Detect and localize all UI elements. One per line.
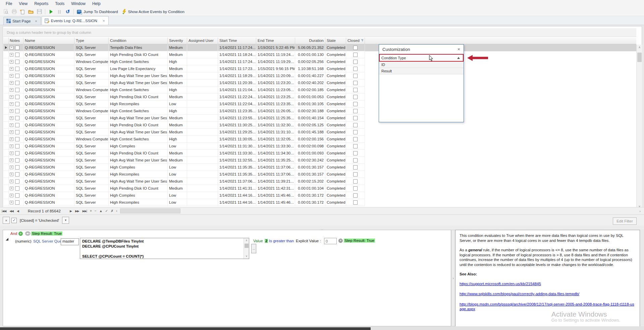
customization-title-bar[interactable]: Customization × — [379, 45, 464, 54]
group-operator[interactable]: And — [10, 232, 17, 236]
database-field[interactable]: master — [61, 238, 79, 245]
event-row[interactable]: + Q-REGRESSION SQL Server High Recompile… — [3, 101, 636, 108]
explicit-value-input[interactable] — [324, 238, 337, 244]
event-row[interactable]: + Q-REGRESSION SQL Server High Pending D… — [3, 185, 636, 192]
menu-reports[interactable]: Reports — [31, 1, 51, 7]
remove-step-icon[interactable]: ✕ — [338, 239, 343, 243]
menu-help[interactable]: Help — [89, 1, 104, 7]
closed-checkbox[interactable] — [353, 53, 358, 57]
tab-close-icon[interactable]: × — [102, 19, 105, 23]
open-folder-icon[interactable] — [27, 8, 35, 15]
expand-icon[interactable]: + — [10, 180, 13, 183]
notes-checkbox[interactable] — [15, 74, 19, 78]
notes-checkbox[interactable] — [15, 137, 19, 141]
hscroll-left-icon[interactable]: ‹ — [115, 209, 118, 213]
jump-to-dashboard-button[interactable]: Jump To Dashboard — [76, 8, 120, 15]
help-link-microsoft[interactable]: https://support.microsoft.com/en-us/kb/2… — [460, 281, 636, 286]
event-row[interactable]: + Q-REGRESSION SQL Server High Recompile… — [3, 171, 636, 178]
expand-icon[interactable]: + — [10, 60, 13, 64]
tab-start-page[interactable]: Start Page × — [3, 17, 41, 25]
closed-checkbox[interactable] — [353, 172, 358, 177]
nav-append-button[interactable]: + — [89, 209, 93, 213]
expand-icon[interactable]: + — [10, 166, 13, 169]
expand-icon[interactable]: + — [10, 151, 13, 155]
header-state[interactable]: State — [325, 38, 346, 44]
edit-filter-button[interactable]: Edit Filter — [613, 217, 637, 225]
expand-icon[interactable]: + — [10, 201, 13, 204]
customization-item-condition-type[interactable]: Condition Type — [379, 54, 464, 62]
notes-checkbox[interactable] — [15, 179, 19, 184]
nav-cancel-button[interactable]: ✗ — [109, 209, 115, 213]
closed-checkbox[interactable] — [353, 116, 358, 120]
show-active-events-button[interactable]: Show Active Events by Condition — [121, 8, 186, 15]
save-icon[interactable] — [36, 8, 43, 15]
scrollbar-thumb[interactable] — [245, 244, 249, 248]
hscrollbar-thumb[interactable] — [120, 208, 180, 213]
event-row[interactable]: + Q-REGRESSION SQL Server High Avg Wait … — [3, 72, 636, 79]
header-start-time[interactable]: Start Time — [218, 38, 256, 44]
notes-checkbox[interactable] — [15, 186, 19, 191]
customization-item-result[interactable]: Result — [379, 68, 464, 74]
group-by-bar[interactable]: Drag a column header here to group by th… — [3, 28, 636, 37]
notes-checkbox[interactable] — [15, 172, 19, 177]
expand-icon[interactable]: + — [10, 144, 13, 148]
help-panel-expander[interactable]: › — [451, 230, 455, 326]
nav-next-page-button[interactable]: ▶▶ — [73, 209, 81, 213]
print-preview-icon[interactable] — [2, 8, 9, 15]
header-name[interactable]: Name — [23, 38, 74, 44]
notes-checkbox[interactable] — [15, 130, 19, 134]
customization-item-id[interactable]: ID — [379, 62, 464, 68]
expand-icon[interactable]: + — [10, 194, 13, 197]
sql-ellipsis-button[interactable]: ... — [251, 244, 256, 253]
menu-window[interactable]: Window — [68, 1, 89, 7]
event-row[interactable]: + Q-REGRESSION SQL Server High Pending D… — [3, 51, 636, 58]
closed-checkbox[interactable] — [353, 130, 358, 134]
expand-icon[interactable]: + — [10, 116, 13, 120]
filter-enabled-checkbox[interactable]: ✓ — [11, 218, 17, 223]
closed-checkbox[interactable] — [353, 144, 358, 148]
expand-icon[interactable]: + — [10, 173, 13, 176]
nav-last-button[interactable]: ▶▶| — [81, 209, 89, 213]
expand-icon[interactable]: + — [10, 46, 13, 50]
closed-checkbox[interactable] — [353, 186, 358, 191]
closed-checkbox[interactable] — [353, 81, 358, 85]
header-type[interactable]: Type — [74, 38, 109, 44]
event-row[interactable]: + Q-REGRESSION SQL Server Low Page Life … — [3, 65, 636, 72]
notes-checkbox[interactable] — [15, 53, 19, 57]
closed-checkbox[interactable] — [353, 46, 358, 50]
event-row[interactable]: + Q-REGRESSION SQL Server Tempdb Data Fi… — [3, 44, 636, 51]
filter-expression[interactable]: [Closed] = 'Unchecked' — [18, 218, 60, 222]
sql-query-editor[interactable]: DECLARE @TempDBFiles TinyInt DECLARE @CP… — [80, 238, 249, 259]
event-row[interactable]: + Q-REGRESSION SQL Server High Avg Wait … — [3, 129, 636, 136]
event-row[interactable]: + Q-REGRESSION Windows Computer High Con… — [3, 136, 636, 143]
notes-checkbox[interactable] — [15, 88, 19, 92]
header-closed[interactable]: Closed — [346, 38, 365, 44]
header-condition[interactable]: Condition — [109, 38, 168, 44]
scroll-down-icon[interactable]: ∨ — [244, 254, 249, 259]
menu-view[interactable]: View — [16, 1, 31, 7]
group-expander-icon[interactable] — [6, 232, 8, 238]
event-row[interactable]: + Q-REGRESSION SQL Server High Pending D… — [3, 122, 636, 129]
nav-first-button[interactable]: |◀◀ — [0, 209, 8, 213]
expand-icon[interactable]: + — [10, 67, 13, 71]
nav-next-button[interactable]: ▶ — [68, 209, 73, 213]
help-link-msdn[interactable]: http://blogs.msdn.com/b/psssql/archive/2… — [460, 302, 636, 312]
filter-clear-button[interactable]: × — [3, 217, 10, 224]
closed-checkbox[interactable] — [353, 179, 358, 184]
notes-checkbox[interactable] — [15, 109, 19, 113]
play-icon[interactable] — [47, 8, 55, 15]
nav-edit-button[interactable]: ▲ — [98, 209, 104, 213]
notes-checkbox[interactable] — [15, 165, 19, 170]
expand-icon[interactable]: + — [10, 137, 13, 141]
notes-checkbox[interactable] — [15, 200, 19, 205]
event-row[interactable]: + Q-REGRESSION SQL Server High Avg Wait … — [3, 157, 636, 164]
closed-checkbox[interactable] — [353, 158, 358, 162]
event-row[interactable]: + Q-REGRESSION SQL Server High Recompile… — [3, 199, 636, 206]
refresh-icon[interactable]: ↺ — [64, 8, 71, 15]
closed-checkbox[interactable] — [353, 95, 358, 99]
scroll-up-icon[interactable]: ∧ — [244, 238, 249, 243]
expand-icon[interactable]: + — [10, 95, 13, 99]
tab-events-log[interactable]: Events Log: Q-RE...SSION × — [42, 16, 109, 25]
event-row[interactable]: + Q-REGRESSION SQL Server High Avg Wait … — [3, 178, 636, 185]
notes-checkbox[interactable] — [15, 193, 19, 198]
